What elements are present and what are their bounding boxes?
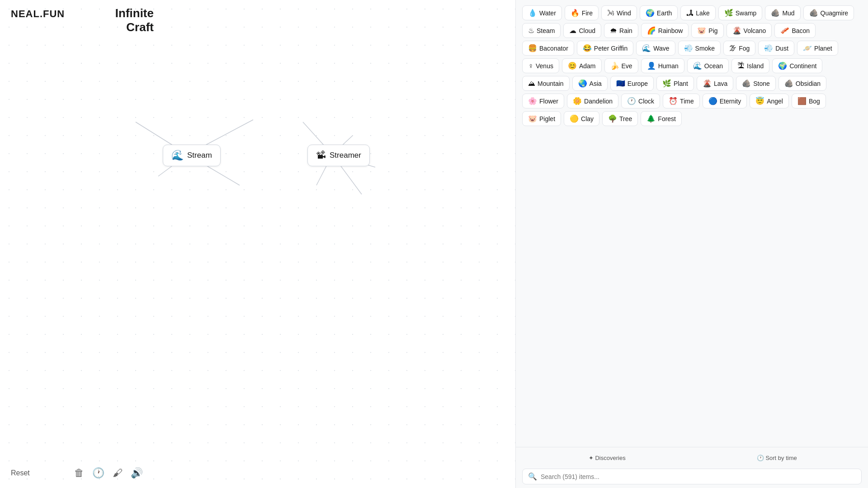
chip-emoji: ⛰: [528, 80, 535, 88]
toolbar-icons: 🗑 🕐 🖌 🔊: [74, 467, 143, 479]
chip-label: Forest: [658, 115, 676, 122]
chip-emoji: 🌍: [778, 61, 787, 70]
element-chip-quagmire[interactable]: 🪨Quagmire: [803, 5, 854, 20]
chip-emoji: 🌋: [703, 79, 712, 88]
chip-emoji: 👤: [647, 61, 656, 70]
element-chip-bacon[interactable]: 🥓Bacon: [774, 23, 816, 38]
element-chip-island[interactable]: 🏝Island: [731, 58, 769, 73]
chip-label: Piglet: [539, 115, 555, 122]
element-chip-peter-griffin[interactable]: 😂Peter Griffin: [577, 41, 633, 56]
element-chip-stone[interactable]: 🪨Stone: [736, 76, 776, 91]
reset-button[interactable]: Reset: [11, 469, 30, 477]
chip-label: Dust: [775, 45, 788, 52]
element-chip-ocean[interactable]: 🌊Ocean: [687, 58, 729, 73]
element-chip-smoke[interactable]: 💨Smoke: [678, 41, 721, 56]
trash-icon[interactable]: 🗑: [74, 467, 84, 479]
chip-label: Tree: [619, 115, 632, 122]
chip-emoji: 🌫: [729, 44, 736, 52]
chip-emoji: 🪨: [809, 9, 818, 17]
chip-emoji: 🌧: [610, 27, 617, 35]
history-icon[interactable]: 🕐: [92, 467, 104, 479]
element-chip-piglet[interactable]: 🐷Piglet: [522, 111, 561, 126]
sidebar-footer: ✦ Discoveries 🕐 Sort by time 🔍: [516, 447, 868, 488]
element-chip-wave[interactable]: 🌊Wave: [636, 41, 675, 56]
element-chip-eve[interactable]: 🍌Eve: [604, 58, 638, 73]
chip-emoji: 🍔: [528, 44, 537, 52]
element-chip-lava[interactable]: 🌋Lava: [697, 76, 733, 91]
element-chip-clock[interactable]: 🕐Clock: [621, 94, 660, 108]
chip-emoji: 🌳: [608, 114, 617, 123]
element-chip-europe[interactable]: 🇪🇺Europe: [610, 76, 654, 91]
chip-label: Fog: [739, 45, 750, 52]
sort-tab[interactable]: 🕐 Sort by time: [692, 451, 862, 465]
search-bar: 🔍: [522, 469, 862, 484]
chip-label: Steam: [537, 27, 555, 34]
element-chip-dandelion[interactable]: 🌼Dandelion: [567, 94, 618, 108]
chip-label: Flower: [539, 98, 558, 105]
chip-label: Stone: [753, 80, 770, 87]
chip-label: Europe: [627, 80, 648, 87]
chip-emoji: 🌍: [646, 9, 655, 17]
element-chip-dust[interactable]: 💨Dust: [758, 41, 794, 56]
chip-emoji: 💨: [684, 44, 693, 52]
element-chip-volcano[interactable]: 🌋Volcano: [726, 23, 772, 38]
chip-emoji: ⏰: [669, 97, 678, 105]
brush-icon[interactable]: 🖌: [113, 467, 123, 479]
chip-emoji: 🌊: [693, 61, 702, 70]
chip-emoji: 🌲: [646, 114, 656, 123]
element-chip-earth[interactable]: 🌍Earth: [640, 5, 678, 20]
element-chip-continent[interactable]: 🌍Continent: [772, 58, 822, 73]
chip-label: Clay: [581, 115, 594, 122]
element-chip-fire[interactable]: 🔥Fire: [565, 5, 599, 20]
element-chip-mud[interactable]: 🪨Mud: [765, 5, 800, 20]
canvas-element-stream[interactable]: 🌊Stream: [163, 145, 221, 166]
element-chip-rain[interactable]: 🌧Rain: [604, 23, 638, 38]
element-chip-lake[interactable]: 🏞Lake: [680, 5, 715, 20]
element-chip-angel[interactable]: 😇Angel: [750, 94, 789, 108]
discoveries-tab[interactable]: ✦ Discoveries: [522, 451, 692, 465]
volume-icon[interactable]: 🔊: [131, 467, 143, 479]
element-chip-adam[interactable]: 😊Adam: [562, 58, 602, 73]
streamer-label: Streamer: [330, 151, 361, 160]
element-chip-clay[interactable]: 🟡Clay: [564, 111, 599, 126]
element-chip-human[interactable]: 👤Human: [641, 58, 684, 73]
element-chip-time[interactable]: ⏰Time: [663, 94, 700, 108]
chip-emoji: 🇪🇺: [616, 79, 625, 88]
element-chip-flower[interactable]: 🌸Flower: [522, 94, 564, 108]
element-chip-asia[interactable]: 🌏Asia: [572, 76, 608, 91]
element-chip-plant[interactable]: 🌿Plant: [656, 76, 694, 91]
element-chip-wind[interactable]: 🌬Wind: [601, 5, 637, 20]
search-input[interactable]: [541, 473, 856, 480]
chip-label: Smoke: [695, 45, 715, 52]
footer-tabs: ✦ Discoveries 🕐 Sort by time: [522, 451, 862, 465]
chip-emoji: 🪨: [771, 9, 780, 17]
element-chip-obsidian[interactable]: 🪨Obsidian: [778, 76, 826, 91]
element-chip-tree[interactable]: 🌳Tree: [602, 111, 638, 126]
element-chip-pig[interactable]: 🐷Pig: [691, 23, 723, 38]
chip-emoji: 😊: [568, 61, 577, 70]
element-chip-swamp[interactable]: 🌿Swamp: [718, 5, 763, 20]
chip-emoji: 🪨: [742, 79, 751, 88]
element-chip-water[interactable]: 💧Water: [522, 5, 562, 20]
canvas-element-streamer[interactable]: 📽Streamer: [307, 145, 370, 166]
element-chip-forest[interactable]: 🌲Forest: [641, 111, 682, 126]
chip-label: Bacon: [792, 27, 810, 34]
element-chip-bog[interactable]: 🟫Bog: [792, 94, 826, 108]
element-chip-steam[interactable]: ♨Steam: [522, 23, 561, 38]
chip-emoji: 🐷: [697, 26, 706, 35]
chip-label: Time: [680, 98, 694, 105]
chip-label: Eternity: [720, 98, 741, 105]
chip-emoji: 🪐: [803, 44, 812, 52]
chip-label: Baconator: [539, 45, 568, 52]
element-chip-baconator[interactable]: 🍔Baconator: [522, 41, 574, 56]
element-chip-venus[interactable]: ♀Venus: [522, 58, 559, 73]
element-chip-cloud[interactable]: ☁Cloud: [563, 23, 601, 38]
element-chip-eternity[interactable]: 🔵Eternity: [703, 94, 747, 108]
canvas-area[interactable]: NEAL.FUN Infinite Craft 🌊Stream📽Streamer…: [0, 0, 515, 488]
element-chip-fog[interactable]: 🌫Fog: [723, 41, 755, 56]
element-chip-planet[interactable]: 🪐Planet: [797, 41, 838, 56]
chip-emoji: 🐷: [528, 114, 537, 123]
chip-label: Volcano: [744, 27, 766, 34]
element-chip-rainbow[interactable]: 🌈Rainbow: [641, 23, 689, 38]
element-chip-mountain[interactable]: ⛰Mountain: [522, 76, 570, 91]
